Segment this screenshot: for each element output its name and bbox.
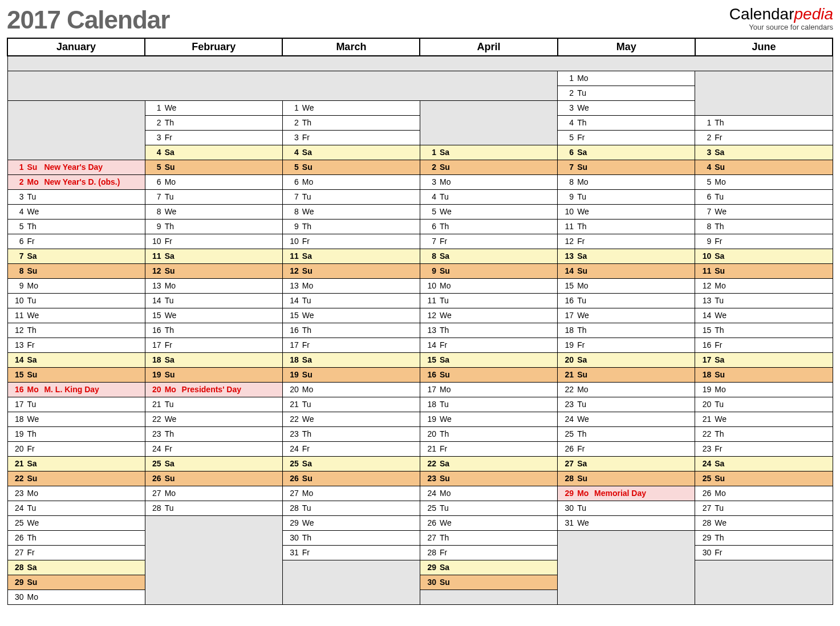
day-cell: 2Mo New Year's D. (obs.) [7, 174, 145, 189]
day-of-week: We [27, 518, 42, 527]
day-of-week: Fr [27, 237, 42, 246]
day-cell: 12Th [7, 323, 145, 338]
day-of-week: Fr [165, 133, 180, 142]
day-cell: 26Su [145, 471, 282, 486]
day-of-week: Mo [27, 177, 42, 186]
day-of-week: Sa [715, 355, 729, 364]
day-cell: 20Th [420, 426, 557, 441]
day-of-week: Sa [440, 148, 455, 157]
day-cell: 30Fr [695, 545, 833, 560]
day-number: 22 [424, 459, 436, 468]
day-of-week: Su [165, 474, 180, 483]
day-of-week: Mo [440, 177, 455, 186]
day-number: 12 [561, 237, 574, 246]
brand-name: Calendarpedia [729, 6, 833, 23]
day-number: 14 [561, 266, 574, 275]
day-of-week: Mo [577, 177, 592, 186]
day-cell: 2Fr [695, 130, 833, 145]
day-number: 28 [286, 503, 299, 513]
day-number: 9 [149, 222, 161, 231]
day-cell: 22Sa [420, 456, 557, 471]
day-number: 19 [149, 370, 161, 379]
day-cell: 9Fr [695, 234, 833, 249]
day-of-week: We [302, 414, 317, 424]
day-number: 5 [286, 162, 299, 172]
day-of-week: Su [302, 266, 317, 275]
day-of-week: Sa [27, 251, 42, 261]
day-cell: 4We [7, 204, 145, 219]
day-number: 25 [149, 459, 161, 468]
day-number: 30 [11, 592, 24, 601]
day-of-week: Sa [577, 148, 592, 157]
day-cell: 14Tu [282, 293, 420, 308]
day-cell [695, 560, 833, 604]
day-cell: 12Su [145, 263, 282, 278]
day-cell: 29Sa [420, 560, 557, 575]
day-of-week: Su [577, 474, 592, 483]
day-of-week: Su [302, 162, 317, 172]
day-number: 14 [286, 296, 299, 305]
day-cell: 27Tu [695, 501, 833, 515]
day-number: 22 [286, 414, 299, 424]
day-number: 17 [286, 340, 299, 349]
day-number: 16 [561, 296, 574, 305]
day-number: 7 [424, 237, 436, 246]
day-of-week: Th [440, 533, 455, 542]
day-number: 4 [286, 148, 299, 157]
day-number: 26 [561, 444, 574, 453]
day-of-week: Tu [715, 503, 729, 513]
day-of-week: Su [27, 370, 42, 379]
day-cell: 15We [282, 308, 420, 323]
day-number: 2 [11, 177, 24, 186]
day-number: 21 [561, 370, 574, 379]
day-cell: 18Th [558, 323, 695, 338]
day-number: 6 [561, 148, 574, 157]
day-number: 13 [561, 251, 574, 261]
day-of-week: Tu [577, 503, 592, 513]
day-cell: 18Su [695, 367, 833, 382]
day-of-week: We [27, 311, 42, 320]
day-cell: 22Su [7, 471, 145, 486]
day-cell: 3Sa [695, 145, 833, 160]
day-cell: 2Th [282, 115, 420, 130]
day-cell: 3Fr [282, 130, 420, 145]
day-of-week: We [715, 518, 729, 527]
day-number: 17 [149, 340, 161, 349]
day-number: 17 [561, 311, 574, 320]
day-number: 24 [149, 444, 161, 453]
day-number: 27 [286, 489, 299, 498]
day-of-week: Sa [165, 251, 180, 261]
day-number: 5 [11, 222, 24, 231]
day-cell: 13Sa [558, 249, 695, 263]
day-cell: 25Th [558, 426, 695, 441]
day-cell: 26Th [7, 530, 145, 545]
day-cell: 20Mo [282, 382, 420, 397]
day-of-week: Mo [577, 385, 592, 394]
day-of-week: Th [577, 222, 592, 231]
day-cell: 10Fr [145, 234, 282, 249]
day-number: 25 [699, 474, 711, 483]
day-of-week: Su [440, 162, 455, 172]
day-of-week: We [302, 207, 317, 216]
day-of-week: Th [440, 326, 455, 335]
day-number: 21 [286, 400, 299, 409]
day-cell: 29We [282, 515, 420, 530]
day-number: 23 [149, 429, 161, 438]
day-number: 3 [699, 148, 711, 157]
day-number: 10 [149, 237, 161, 246]
day-number: 1 [11, 162, 24, 172]
day-cell: 2Tu [558, 86, 695, 100]
day-cell [695, 71, 833, 115]
day-number: 8 [699, 222, 711, 231]
day-number: 3 [424, 177, 436, 186]
day-of-week: Sa [440, 459, 455, 468]
month-header: May [558, 38, 695, 56]
day-number: 16 [424, 370, 436, 379]
day-number: 26 [699, 489, 711, 498]
day-cell: 15Mo [558, 278, 695, 293]
day-of-week: Su [27, 578, 42, 587]
day-number: 21 [699, 414, 711, 424]
day-of-week: Fr [165, 340, 180, 349]
day-cell: 13Mo [282, 278, 420, 293]
day-cell: 23Tu [558, 397, 695, 412]
